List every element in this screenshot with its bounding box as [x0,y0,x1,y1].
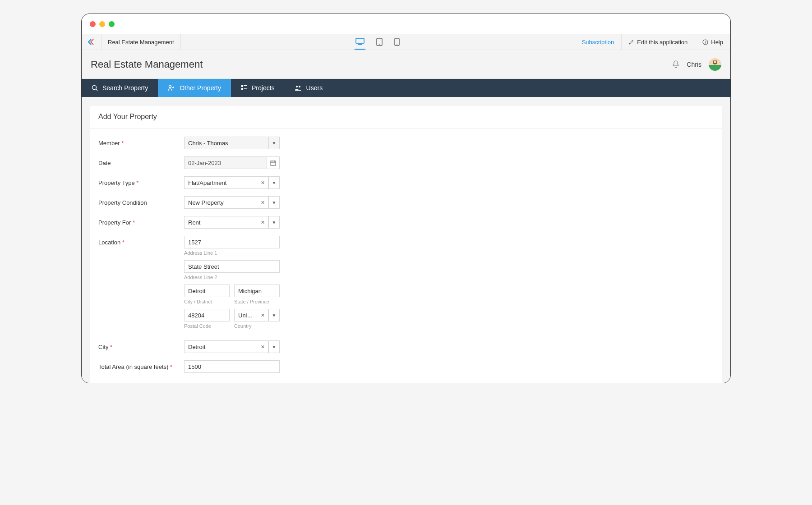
postal-code-input[interactable] [184,309,230,321]
country-value: United... [235,312,258,319]
address-line-2-input[interactable] [184,260,280,273]
search-icon [92,85,98,91]
member-select[interactable]: Chris - Thomas ▼ [184,137,280,149]
property-type-value: Flat/Apartment [185,179,258,186]
required-marker: * [170,363,172,370]
tab-label: Search Property [102,84,148,92]
tab-projects[interactable]: Projects [231,79,285,97]
tab-search-property[interactable]: Search Property [82,79,158,97]
svg-rect-0 [356,38,364,43]
toolbar: Real Estate Management Subscription Edit… [82,34,730,50]
city-district-sublabel: City / District [184,299,230,304]
device-tablet-icon[interactable] [375,34,383,50]
property-condition-select[interactable]: New Property × ▼ [184,196,280,209]
property-condition-label: Property Condition [98,199,147,206]
svg-point-8 [92,86,97,90]
date-input[interactable] [184,156,267,169]
clear-icon[interactable]: × [258,197,268,208]
bell-icon[interactable] [672,60,679,69]
chevron-down-icon[interactable]: ▼ [268,309,279,321]
clear-icon[interactable]: × [258,216,268,228]
svg-rect-12 [241,88,243,90]
svg-point-2 [379,44,380,45]
clear-icon[interactable]: × [258,309,268,321]
required-marker: * [136,179,138,186]
svg-rect-10 [241,85,243,87]
tab-users[interactable]: Users [285,79,333,97]
svg-point-14 [296,86,298,87]
address-line-1-sublabel: Address Line 1 [184,250,280,256]
chevron-down-icon[interactable]: ▼ [268,177,279,188]
city-value: Detroit [185,344,258,350]
tab-other-property[interactable]: Other Property [158,79,231,97]
panel-title: Add Your Property [90,106,722,129]
city-label: City [98,344,108,350]
chevron-down-icon[interactable]: ▼ [268,197,279,208]
property-condition-value: New Property [185,199,258,206]
user-name[interactable]: Chris [687,61,701,68]
edit-application-label: Edit this application [637,39,687,46]
avatar[interactable] [709,58,721,71]
clear-icon[interactable]: × [258,177,268,188]
state-province-sublabel: State / Province [234,299,280,304]
svg-rect-7 [705,41,706,43]
address-line-2-value[interactable] [185,261,279,272]
postal-code-value[interactable] [185,309,229,321]
help-label: Help [711,39,723,46]
country-sublabel: Country [234,323,280,329]
tab-label: Projects [252,84,275,92]
required-marker: * [133,219,135,226]
city-select[interactable]: Detroit × ▼ [184,340,280,353]
chevron-down-icon[interactable]: ▼ [268,216,279,228]
location-label: Location [98,239,120,246]
calendar-icon[interactable] [267,156,280,169]
member-value: Chris - Thomas [185,140,268,147]
svg-point-15 [299,86,300,87]
city-district-input[interactable] [184,285,230,297]
required-marker: * [121,140,124,147]
state-province-input[interactable] [234,285,280,297]
total-area-label: Total Area (in square feets) [98,363,168,370]
city-district-value[interactable] [185,285,229,297]
device-desktop-icon[interactable] [355,34,365,50]
date-value[interactable] [185,157,267,169]
help-link[interactable]: Help [695,34,730,50]
address-line-1-input[interactable] [184,236,280,248]
toolbar-back-icon[interactable] [82,34,102,50]
tab-label: Other Property [180,84,221,92]
tab-label: Users [306,84,323,92]
property-type-select[interactable]: Flat/Apartment × ▼ [184,176,280,189]
page-title: Real Estate Management [91,59,203,70]
window-zoom-icon[interactable] [109,21,115,27]
total-area-input[interactable] [184,360,280,373]
toolbar-app-name: Real Estate Management [102,34,181,50]
property-for-label: Property For [98,219,131,226]
chevron-down-icon[interactable]: ▼ [268,341,279,353]
chevron-down-icon[interactable]: ▼ [268,137,279,149]
window-minimize-icon[interactable] [99,21,105,27]
subscription-link[interactable]: Subscription [575,34,622,50]
property-for-select[interactable]: Rent × ▼ [184,216,280,229]
country-select[interactable]: United... × ▼ [234,309,280,321]
app-header: Real Estate Management Chris [82,50,730,79]
edit-application-link[interactable]: Edit this application [621,34,695,50]
window-close-icon[interactable] [90,21,96,27]
svg-point-9 [169,86,171,88]
address-line-2-sublabel: Address Line 2 [184,275,280,280]
required-marker: * [122,239,125,246]
device-mobile-icon[interactable] [393,34,401,50]
member-label: Member [98,140,120,147]
total-area-value[interactable] [185,361,279,372]
svg-point-4 [397,44,397,45]
clear-icon[interactable]: × [258,341,268,353]
svg-rect-11 [244,85,247,86]
required-marker: * [110,344,112,350]
address-line-1-value[interactable] [185,236,279,248]
postal-code-sublabel: Postal Code [184,323,230,329]
users-icon [295,85,302,91]
date-label: Date [98,160,111,166]
property-for-value: Rent [185,219,258,226]
user-plus-icon [168,85,175,91]
svg-rect-16 [271,161,276,165]
state-province-value[interactable] [235,285,279,297]
